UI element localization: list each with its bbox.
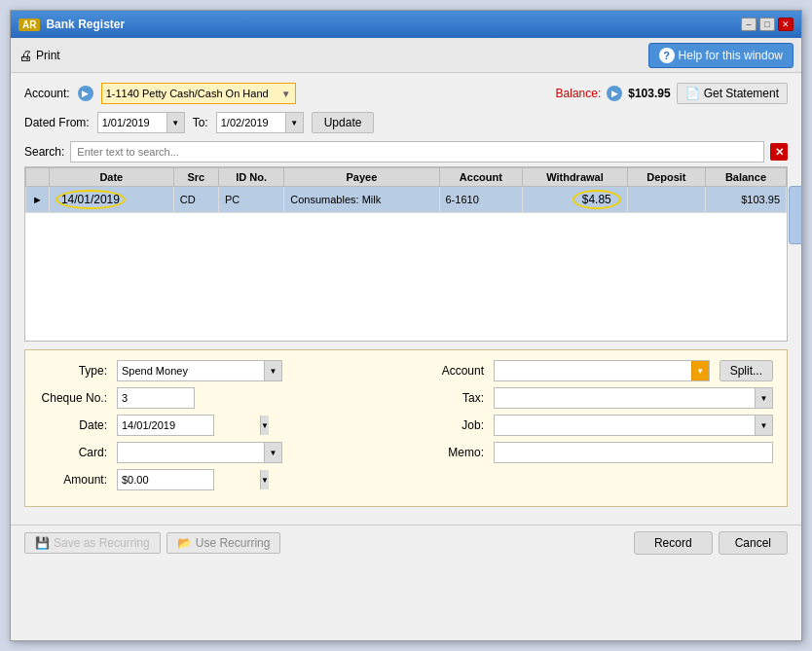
amount-row: Amount: ▼ (39, 469, 396, 490)
account-selector[interactable]: 1-1140 Petty Cash/Cash On Hand ▼ (101, 83, 296, 104)
search-input[interactable] (70, 141, 764, 163)
row-account: 6-1610 (439, 187, 523, 213)
get-statement-button[interactable]: 📄 Get Statement (677, 83, 788, 104)
row-arrow: ► (26, 187, 50, 213)
form-date-label: Date: (39, 418, 107, 432)
row-date: 14/01/2019 (49, 187, 173, 213)
job-row: Job: ▼ (416, 415, 773, 436)
job-label: Job: (416, 418, 484, 432)
form-right-column: Account ▼ Split... Tax: ▼ (416, 360, 773, 496)
row-src: CD (173, 187, 218, 213)
cancel-button[interactable]: Cancel (719, 531, 788, 555)
job-wrap: ▼ (494, 415, 773, 436)
search-clear-button[interactable]: ✕ (770, 143, 788, 161)
record-button[interactable]: Record (634, 531, 713, 555)
amount-input[interactable] (118, 472, 260, 488)
account-value: 1-1140 Petty Cash/Cash On Hand (106, 88, 281, 99)
split-button[interactable]: Split... (720, 360, 773, 381)
type-select-wrap: Spend Money ▼ (117, 360, 282, 381)
bank-register-window: AR Bank Register – □ ✕ 🖨 Print ? Help fo… (10, 10, 802, 641)
amount-label: Amount: (39, 473, 107, 487)
memo-label: Memo: (416, 446, 484, 459)
main-content: Account: ▶ 1-1140 Petty Cash/Cash On Han… (11, 73, 801, 524)
save-recurring-button[interactable]: 💾 Save as Recurring (24, 532, 161, 554)
date-from-input[interactable] (98, 115, 166, 130)
search-row: Search: ✕ (24, 141, 788, 163)
print-button[interactable]: 🖨 Print (18, 48, 60, 63)
date-filter-row: Dated From: ▼ To: ▼ Update (24, 112, 788, 133)
account-dropdown-arrow: ▼ (281, 89, 291, 99)
tax-wrap: ▼ (494, 387, 773, 409)
form-account-label: Account (416, 364, 484, 378)
tax-row: Tax: ▼ (416, 387, 773, 409)
form-left-column: Type: Spend Money ▼ Cheque No.: Date: (39, 360, 396, 496)
col-header-deposit: Deposit (627, 168, 705, 187)
memo-row: Memo: (416, 442, 773, 463)
col-header-date: Date (49, 168, 173, 187)
search-label: Search: (24, 145, 64, 159)
cheque-input[interactable] (117, 387, 195, 409)
form-date-wrap: ▼ (117, 415, 214, 436)
recurring-buttons: 💾 Save as Recurring 📂 Use Recurring (24, 532, 280, 554)
help-label: Help for this window (679, 49, 783, 62)
amount-dropdown-btn[interactable]: ▼ (260, 470, 269, 489)
transaction-form: Type: Spend Money ▼ Cheque No.: Date: (24, 349, 788, 507)
job-dropdown-btn[interactable]: ▼ (755, 416, 772, 435)
date-to-input[interactable] (217, 115, 285, 130)
action-buttons: Record Cancel (634, 531, 788, 555)
maximize-button[interactable]: □ (759, 18, 775, 31)
amount-wrap: ▼ (117, 469, 214, 490)
dated-from-label: Dated From: (24, 116, 90, 129)
form-account-input[interactable] (495, 363, 691, 379)
form-account-wrap: ▼ (494, 360, 710, 381)
print-icon: 🖨 (18, 48, 32, 63)
account-label: Account: (24, 87, 70, 100)
balance-section: Balance: ▶ $103.95 📄 Get Statement (556, 83, 788, 104)
col-header-balance: Balance (705, 168, 786, 187)
col-header-account: Account (439, 168, 523, 187)
tax-dropdown-btn[interactable]: ▼ (755, 388, 772, 408)
row-deposit (627, 187, 705, 213)
date-from-input-wrap: ▼ (97, 112, 185, 133)
card-dropdown-btn[interactable]: ▼ (264, 443, 281, 462)
type-value[interactable]: Spend Money (118, 363, 264, 379)
title-bar: AR Bank Register – □ ✕ (11, 11, 801, 38)
card-row: Card: ▼ (39, 442, 396, 463)
memo-input[interactable] (494, 442, 773, 463)
form-date-input[interactable] (118, 417, 260, 433)
type-dropdown-btn[interactable]: ▼ (264, 361, 281, 380)
use-recurring-icon: 📂 (177, 536, 192, 550)
form-columns: Type: Spend Money ▼ Cheque No.: Date: (39, 360, 773, 496)
bottom-bar: 💾 Save as Recurring 📂 Use Recurring Reco… (11, 524, 801, 561)
window-controls: – □ ✕ (741, 18, 794, 31)
form-date-dropdown[interactable]: ▼ (260, 416, 269, 435)
table-row[interactable]: ► 14/01/2019 CD PC Consumables: Milk 6-1… (26, 187, 787, 213)
app-badge: AR (18, 18, 40, 31)
help-button[interactable]: ? Help for this window (648, 43, 794, 68)
help-icon: ? (659, 48, 675, 63)
save-recurring-label: Save as Recurring (54, 536, 150, 550)
card-input[interactable] (118, 445, 264, 460)
use-recurring-button[interactable]: 📂 Use Recurring (166, 532, 281, 554)
date-from-dropdown[interactable]: ▼ (166, 113, 184, 132)
card-label: Card: (39, 446, 107, 459)
cheque-label: Cheque No.: (39, 391, 107, 405)
tax-input[interactable] (495, 390, 755, 406)
balance-value: $103.95 (628, 87, 670, 100)
form-account-dropdown[interactable]: ▼ (691, 361, 709, 380)
form-date-row: Date: ▼ (39, 415, 396, 436)
close-button[interactable]: ✕ (778, 18, 794, 31)
col-header-id: ID No. (218, 168, 283, 187)
cheque-row: Cheque No.: (39, 387, 396, 409)
balance-nav-arrow[interactable]: ▶ (607, 86, 622, 101)
type-label: Type: (39, 364, 107, 378)
row-withdrawal: $4.85 (523, 187, 628, 213)
minimize-button[interactable]: – (741, 18, 757, 31)
row-id: PC (218, 187, 283, 213)
update-button[interactable]: Update (312, 112, 375, 133)
get-statement-label: Get Statement (704, 87, 779, 100)
account-nav-arrow[interactable]: ▶ (78, 86, 93, 101)
window-title: Bank Register (46, 18, 125, 31)
job-input[interactable] (495, 417, 755, 433)
date-to-dropdown[interactable]: ▼ (285, 113, 303, 132)
